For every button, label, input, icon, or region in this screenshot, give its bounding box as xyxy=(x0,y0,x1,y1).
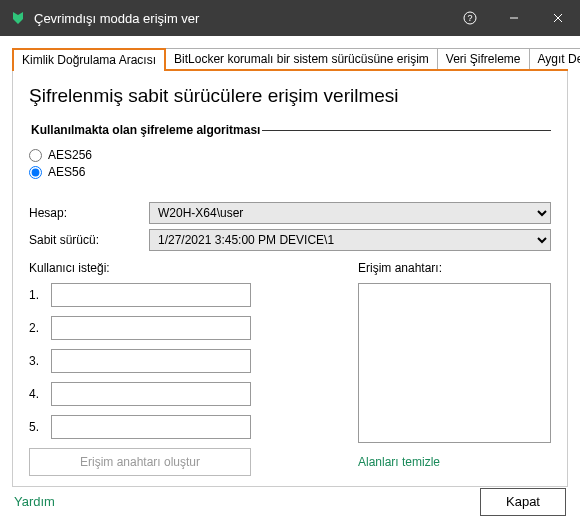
radio-aes256-label: AES256 xyxy=(48,148,92,162)
drive-label: Sabit sürücü: xyxy=(29,233,149,247)
tab-bar: Kimlik Doğrulama Aracısı BitLocker korum… xyxy=(12,48,568,71)
req-num-3: 3. xyxy=(29,354,51,368)
generate-key-button: Erişim anahtarı oluştur xyxy=(29,448,251,476)
access-key-output[interactable] xyxy=(358,283,551,443)
minimize-button[interactable] xyxy=(492,0,536,36)
close-button[interactable]: Kapat xyxy=(480,488,566,516)
access-key-label: Erişim anahtarı: xyxy=(358,261,551,275)
footer: Yardım Kapat xyxy=(0,487,580,524)
radio-aes256-row[interactable]: AES256 xyxy=(29,148,551,162)
account-label: Hesap: xyxy=(29,206,149,220)
svg-text:?: ? xyxy=(467,13,472,23)
radio-aes56-row[interactable]: AES56 xyxy=(29,165,551,179)
drive-select[interactable]: 1/27/2021 3:45:00 PM DEVICE\1 xyxy=(149,229,551,251)
request-input-5[interactable] xyxy=(51,415,251,439)
radio-aes56[interactable] xyxy=(29,166,42,179)
clear-fields-button[interactable]: Alanları temizle xyxy=(358,455,440,469)
columns: Kullanıcı isteği: 1. 2. 3. 4. 5. Erişim … xyxy=(29,261,551,476)
window-title: Çevrimdışı modda erişim ver xyxy=(34,11,448,26)
request-input-2[interactable] xyxy=(51,316,251,340)
tab-data-encryption[interactable]: Veri Şifreleme xyxy=(437,48,530,69)
radio-aes256[interactable] xyxy=(29,149,42,162)
user-request-column: Kullanıcı isteği: 1. 2. 3. 4. 5. Erişim … xyxy=(29,261,334,476)
tab-device[interactable]: Aygıt De xyxy=(529,48,581,69)
content-area: Kimlik Doğrulama Aracısı BitLocker korum… xyxy=(0,36,580,487)
user-request-label: Kullanıcı isteği: xyxy=(29,261,334,275)
tab-auth-agent[interactable]: Kimlik Doğrulama Aracısı xyxy=(12,48,166,71)
req-num-1: 1. xyxy=(29,288,51,302)
req-num-5: 5. xyxy=(29,420,51,434)
help-button[interactable]: ? xyxy=(448,0,492,36)
app-logo-icon xyxy=(10,10,26,26)
algorithm-group: Kullanılmakta olan şifreleme algoritması… xyxy=(29,123,551,194)
access-key-column: Erişim anahtarı: Alanları temizle xyxy=(358,261,551,476)
close-window-button[interactable] xyxy=(536,0,580,36)
request-input-4[interactable] xyxy=(51,382,251,406)
req-num-2: 2. xyxy=(29,321,51,335)
help-link[interactable]: Yardım xyxy=(14,494,55,509)
drive-row: Sabit sürücü: 1/27/2021 3:45:00 PM DEVIC… xyxy=(29,229,551,251)
algorithm-legend: Kullanılmakta olan şifreleme algoritması xyxy=(29,123,262,137)
pane-title: Şifrelenmiş sabit sürücülere erişim veri… xyxy=(29,85,551,107)
radio-aes56-label: AES56 xyxy=(48,165,85,179)
window-titlebar: Çevrimdışı modda erişim ver ? xyxy=(0,0,580,36)
request-input-1[interactable] xyxy=(51,283,251,307)
request-input-3[interactable] xyxy=(51,349,251,373)
account-row: Hesap: W20H-X64\user xyxy=(29,202,551,224)
tab-pane: Şifrelenmiş sabit sürücülere erişim veri… xyxy=(12,71,568,487)
tab-bitlocker[interactable]: BitLocker korumalı bir sistem sürücüsüne… xyxy=(165,48,438,69)
req-num-4: 4. xyxy=(29,387,51,401)
account-select[interactable]: W20H-X64\user xyxy=(149,202,551,224)
